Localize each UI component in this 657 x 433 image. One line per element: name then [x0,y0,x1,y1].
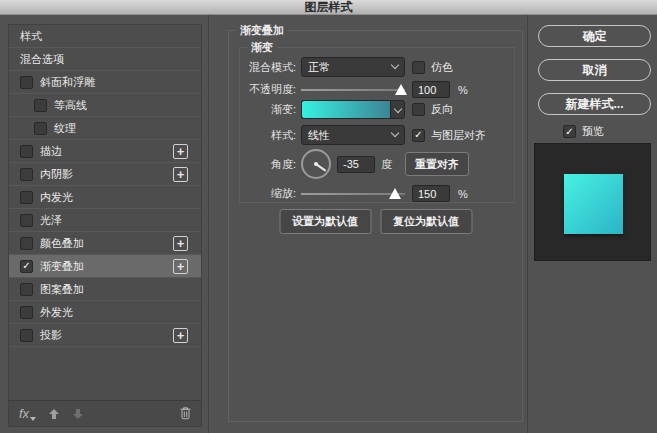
dither-checkbox-group[interactable]: 仿色 [412,60,453,75]
reset-default-button[interactable]: 复位为默认值 [380,209,472,234]
effect-enabled-checkbox[interactable] [20,260,33,273]
styles-sidebar: 样式混合选项斜面和浮雕等高线纹理描边+内阴影+内发光光泽颜色叠加+渐变叠加+图案… [8,24,202,427]
blend-mode-label: 混合模式: [246,60,296,75]
sidebar-item-4[interactable]: 纹理 [9,117,201,140]
sidebar-item-7[interactable]: 内发光 [9,186,201,209]
preview-checkbox-group[interactable]: 预览 [563,124,604,139]
sidebar-item-6[interactable]: 内阴影+ [9,163,201,186]
subgroup-title: 渐变 [247,40,277,55]
sidebar-item-label: 描边 [40,144,173,159]
group-title: 渐变叠加 [236,23,288,38]
sidebar-item-0[interactable]: 样式 [9,25,201,48]
sidebar-item-2[interactable]: 斜面和浮雕 [9,71,201,94]
slider-thumb[interactable] [389,188,401,199]
add-effect-instance-button[interactable]: + [173,236,188,251]
effect-enabled-checkbox[interactable] [20,283,33,296]
chevron-down-icon [391,61,399,69]
effect-enabled-checkbox[interactable] [20,306,33,319]
style-select[interactable]: 线性 [301,125,405,145]
cancel-button[interactable]: 取消 [538,59,651,81]
make-default-button[interactable]: 设置为默认值 [279,209,371,234]
angle-row: 角度: 度 重置对齐 [246,148,510,180]
gradient-dropdown-button[interactable] [390,100,405,119]
left-pane-divider [208,15,209,433]
dither-label: 仿色 [431,60,453,75]
sidebar-item-label: 混合选项 [20,52,201,67]
fx-icon: fx [19,407,29,420]
effect-enabled-checkbox[interactable] [20,237,33,250]
sidebar-item-1[interactable]: 混合选项 [9,48,201,71]
slider-track [301,89,405,91]
style-row: 样式: 线性 与图层对齐 [246,125,510,145]
preview-checkbox[interactable] [563,125,576,138]
align-layer-checkbox-group[interactable]: 与图层对齐 [412,128,486,143]
gradient-row: 渐变: 反向 [246,100,510,119]
opacity-input[interactable] [412,81,450,98]
caret-down-icon [30,417,36,421]
reverse-checkbox-group[interactable]: 反向 [412,102,453,117]
angle-unit: 度 [381,157,392,172]
sidebar-item-9[interactable]: 颜色叠加+ [9,232,201,255]
move-effect-down-button[interactable] [72,408,84,420]
sidebar-item-label: 纹理 [54,121,201,136]
add-effect-instance-button[interactable]: + [173,144,188,159]
effect-enabled-checkbox[interactable] [20,76,33,89]
sidebar-item-label: 内发光 [40,190,201,205]
chevron-down-icon [391,129,399,137]
effect-enabled-checkbox[interactable] [20,145,33,158]
gradient-subgroup: 渐变 混合模式: 正常 仿色 不透明度: % 渐变: [239,47,515,203]
sidebar-item-8[interactable]: 光泽 [9,209,201,232]
delete-effect-button[interactable] [179,406,192,422]
blend-mode-row: 混合模式: 正常 仿色 [246,57,510,77]
sidebar-list: 样式混合选项斜面和浮雕等高线纹理描边+内阴影+内发光光泽颜色叠加+渐变叠加+图案… [9,25,201,400]
style-label: 样式: [246,128,296,143]
sidebar-item-5[interactable]: 描边+ [9,140,201,163]
gradient-picker[interactable] [301,100,405,119]
sidebar-item-11[interactable]: 图案叠加 [9,278,201,301]
slider-thumb[interactable] [395,84,407,95]
scale-input[interactable] [412,185,450,202]
sidebar-toolbar: fx [9,400,201,426]
blend-mode-select[interactable]: 正常 [301,57,405,77]
sidebar-item-13[interactable]: 投影+ [9,324,201,347]
align-layer-label: 与图层对齐 [431,128,486,143]
align-layer-checkbox[interactable] [412,129,425,142]
reverse-label: 反向 [431,102,453,117]
sidebar-item-label: 外发光 [40,305,201,320]
sidebar-item-3[interactable]: 等高线 [9,94,201,117]
add-effect-instance-button[interactable]: + [173,259,188,274]
effect-enabled-checkbox[interactable] [20,329,33,342]
sidebar-item-label: 光泽 [40,213,201,228]
effect-enabled-checkbox[interactable] [20,214,33,227]
ok-button[interactable]: 确定 [538,25,651,47]
new-style-button[interactable]: 新建样式... [538,93,651,115]
angle-dial[interactable] [301,149,331,179]
add-effect-instance-button[interactable]: + [173,328,188,343]
scale-row: 缩放: % [246,185,510,202]
dialog-title: 图层样式 [305,0,353,16]
dialog-titlebar[interactable]: 图层样式 [0,0,657,15]
sidebar-item-label: 斜面和浮雕 [40,75,201,90]
scale-slider[interactable] [301,188,405,200]
move-effect-up-button[interactable] [48,408,60,420]
effect-enabled-checkbox[interactable] [20,191,33,204]
effect-enabled-checkbox[interactable] [34,99,47,112]
style-value: 线性 [308,128,392,143]
sidebar-item-10[interactable]: 渐变叠加+ [9,255,201,278]
blend-mode-value: 正常 [308,60,392,75]
angle-input[interactable] [337,156,375,173]
effect-enabled-checkbox[interactable] [20,168,33,181]
gradient-swatch[interactable] [301,100,390,119]
sidebar-item-label: 投影 [40,328,173,343]
fx-menu-button[interactable]: fx [19,407,36,420]
effect-enabled-checkbox[interactable] [34,122,47,135]
reverse-checkbox[interactable] [412,103,425,116]
angle-pivot [314,162,318,166]
sidebar-item-12[interactable]: 外发光 [9,301,201,324]
opacity-label: 不透明度: [246,82,296,97]
dither-checkbox[interactable] [412,61,425,74]
reset-align-button[interactable]: 重置对齐 [405,152,469,176]
add-effect-instance-button[interactable]: + [173,167,188,182]
opacity-slider[interactable] [301,84,405,96]
sidebar-item-label: 渐变叠加 [40,259,173,274]
